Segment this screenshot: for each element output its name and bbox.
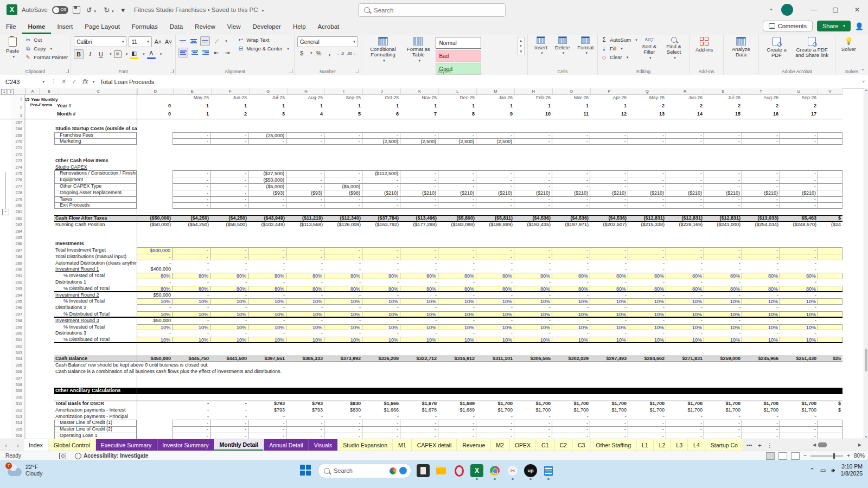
cell[interactable]: - [742, 414, 780, 420]
cell[interactable]: $1,689 [438, 407, 476, 414]
cell[interactable]: - [400, 202, 438, 209]
cell[interactable]: $284,662 [628, 356, 666, 362]
row-header[interactable]: 299 [11, 324, 25, 331]
cell[interactable]: - [324, 254, 362, 260]
cell[interactable]: - [552, 138, 590, 145]
cell[interactable]: - [514, 202, 552, 209]
column-header-R[interactable]: R [666, 88, 704, 94]
cell[interactable]: - [628, 254, 666, 260]
row-header[interactable]: 284 [11, 228, 25, 235]
cell[interactable]: - [590, 260, 628, 267]
cell-style-normal[interactable]: Normal [436, 37, 481, 49]
cell[interactable]: $1,678 [400, 407, 438, 414]
cell[interactable]: - [514, 254, 552, 260]
cell[interactable]: ($4,250) [173, 215, 210, 222]
column-header-C[interactable]: C [59, 88, 138, 94]
accessibility-status[interactable]: Accessibility: Investigate [84, 453, 149, 459]
cell[interactable]: ($241,000) [704, 222, 742, 228]
cell[interactable]: - [286, 260, 324, 267]
cell[interactable]: - [590, 170, 628, 177]
cell[interactable]: Sep-26 [780, 95, 818, 103]
cell[interactable]: - [628, 305, 666, 311]
cell[interactable] [137, 420, 173, 426]
cell[interactable]: - [590, 196, 628, 203]
cell[interactable]: - [590, 414, 628, 420]
cell[interactable]: - [666, 177, 704, 183]
format-as-table-button[interactable]: Format as Table▾ [402, 36, 435, 63]
cell[interactable]: Jan-26 [476, 95, 514, 103]
outline-level-button[interactable]: 2 [8, 89, 14, 94]
increase-decimal-button[interactable]: ←.0 [336, 49, 345, 57]
cell[interactable]: 10% [666, 324, 704, 331]
cell[interactable]: - [628, 138, 666, 145]
cell[interactable]: (2,500) [400, 138, 438, 145]
column-header-M[interactable]: M [477, 88, 515, 94]
row-header[interactable]: 282 [11, 215, 25, 222]
cell[interactable]: - [210, 202, 248, 209]
cell[interactable]: - [742, 426, 780, 433]
cell[interactable]: - [286, 330, 324, 337]
cell[interactable]: - [514, 305, 552, 311]
sheet-tab-l2[interactable]: L2 [654, 439, 671, 451]
cell[interactable]: ($210) [704, 190, 742, 196]
search-input[interactable]: Search [358, 3, 506, 17]
cell[interactable]: ($210) [628, 190, 666, 196]
column-header-B[interactable]: B [40, 88, 59, 94]
row-header[interactable]: 274 [11, 164, 25, 171]
cell[interactable]: - [173, 202, 210, 209]
cell[interactable]: - [742, 305, 780, 311]
cell[interactable]: - [137, 254, 173, 260]
row-header[interactable]: 286 [11, 241, 25, 247]
row-header[interactable]: 294 [11, 292, 25, 299]
cell[interactable]: ($58,500) [210, 222, 248, 228]
document-title[interactable]: Fitness Studio Franchises • Saved to thi… [134, 7, 264, 13]
cell[interactable] [818, 183, 843, 190]
cell[interactable]: - [590, 318, 628, 324]
cell[interactable]: - [476, 426, 514, 433]
cell[interactable]: ($210) [590, 190, 628, 196]
cell[interactable] [137, 196, 173, 203]
snipping-tool-icon[interactable]: ✂ [506, 464, 519, 477]
cell[interactable]: ($12,340) [324, 215, 362, 222]
cell[interactable]: ($210) [552, 190, 590, 196]
cell[interactable]: - [362, 330, 400, 337]
start-button[interactable] [299, 464, 312, 477]
cell[interactable]: ($13,033) [742, 215, 780, 222]
sheet-tab-capex-detail[interactable]: CAPEX detail [412, 439, 457, 451]
cell[interactable]: ($98) [324, 190, 362, 196]
share-button[interactable]: Share▾ [817, 21, 851, 31]
cell[interactable]: - [210, 132, 248, 139]
menu-tab-help[interactable]: Help [287, 21, 312, 34]
cell[interactable]: ($93) [286, 190, 324, 196]
cell[interactable]: - [666, 305, 704, 311]
cell[interactable]: - [248, 266, 286, 273]
cell[interactable]: Aug-26 [742, 95, 780, 103]
cell[interactable]: - [438, 247, 476, 254]
cell[interactable]: - [248, 426, 286, 433]
cell[interactable]: - [742, 260, 780, 267]
notepad-icon[interactable] [542, 464, 555, 477]
accounting-format-button[interactable]: $ [297, 49, 306, 57]
cell[interactable]: - [324, 177, 362, 183]
cell[interactable]: 10% [476, 324, 514, 331]
row-header[interactable]: 3 [11, 111, 25, 119]
row-header[interactable]: 272 [11, 151, 25, 158]
cell[interactable]: Dec-25 [438, 95, 476, 103]
cell[interactable]: - [742, 330, 780, 337]
column-header-N[interactable]: N [515, 88, 553, 94]
cell[interactable]: - [704, 292, 742, 299]
cell[interactable]: - [400, 196, 438, 203]
cell[interactable]: - [704, 183, 742, 190]
cell[interactable]: - [362, 196, 400, 203]
alignment-dialog-launcher[interactable] [289, 69, 292, 73]
cell[interactable]: - [286, 247, 324, 254]
row-header[interactable]: 292 [11, 279, 25, 286]
cell[interactable]: - [362, 292, 400, 299]
cell[interactable]: - [704, 202, 742, 209]
cell[interactable] [137, 401, 173, 407]
weather-widget[interactable]: 7 22°F Cloudy [8, 464, 42, 477]
cell[interactable]: 10% [137, 298, 173, 305]
cell[interactable]: - [248, 247, 286, 254]
cell[interactable] [818, 260, 843, 267]
cell[interactable]: $ [818, 407, 843, 414]
